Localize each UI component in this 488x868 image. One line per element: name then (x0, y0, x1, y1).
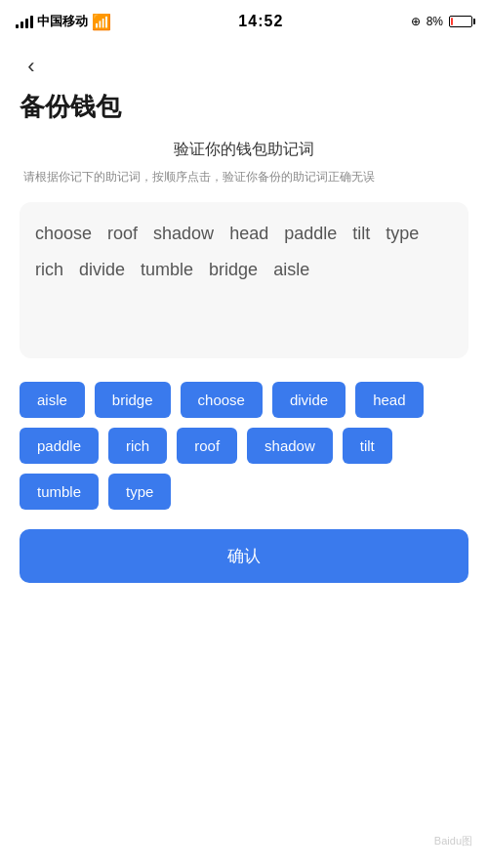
word-button[interactable]: roof (177, 428, 237, 464)
word-display-box: chooseroofshadowheadpaddletilttyperichdi… (20, 202, 468, 358)
signal-icon (16, 15, 33, 28)
word-button[interactable]: paddle (20, 428, 99, 464)
battery-percent: 8% (427, 15, 443, 28)
watermark: Baidu图 (434, 834, 472, 848)
status-time: 14:52 (238, 13, 283, 30)
word-button[interactable]: tumble (20, 474, 99, 510)
main-content: 验证你的钱包助记词 请根据你记下的助记词，按顺序点击，验证你备份的助记词正确无误… (0, 140, 488, 583)
display-word: tilt (352, 222, 370, 246)
word-button[interactable]: choose (181, 382, 263, 418)
verify-description: 请根据你记下的助记词，按顺序点击，验证你备份的助记词正确无误 (20, 168, 468, 186)
word-button[interactable]: rich (108, 428, 167, 464)
display-word: bridge (209, 258, 258, 282)
display-word: shadow (153, 222, 214, 246)
word-button[interactable]: shadow (247, 428, 333, 464)
display-word: tumble (141, 258, 193, 282)
battery-icon (449, 16, 472, 27)
status-bar: 中国移动 📶 14:52 ⊕ 8% (0, 0, 488, 43)
display-word: divide (79, 258, 125, 282)
carrier-name: 中国移动 (37, 13, 88, 30)
display-word: paddle (284, 222, 337, 246)
word-button[interactable]: aisle (20, 382, 85, 418)
verify-heading: 验证你的钱包助记词 (20, 140, 468, 160)
carrier-signal: 中国移动 📶 (16, 13, 111, 31)
word-buttons-grid: aislebridgechoosedivideheadpaddlerichroo… (20, 382, 468, 510)
display-word: choose (35, 222, 92, 246)
confirm-button[interactable]: 确认 (20, 529, 468, 583)
display-word: type (386, 222, 419, 246)
wifi-icon: 📶 (92, 13, 111, 31)
page-title: 备份钱包 (20, 90, 468, 124)
hotspot-icon: ⊕ (411, 15, 421, 28)
display-word: rich (35, 258, 63, 282)
back-button[interactable]: ‹ (16, 51, 47, 82)
word-button[interactable]: type (108, 474, 171, 510)
word-button[interactable]: divide (272, 382, 346, 418)
word-button[interactable]: head (355, 382, 423, 418)
display-word: aisle (273, 258, 309, 282)
status-right-group: ⊕ 8% (411, 15, 472, 28)
word-button[interactable]: tilt (343, 428, 392, 464)
display-word: roof (107, 222, 138, 246)
word-button[interactable]: bridge (95, 382, 171, 418)
display-word: head (229, 222, 268, 246)
